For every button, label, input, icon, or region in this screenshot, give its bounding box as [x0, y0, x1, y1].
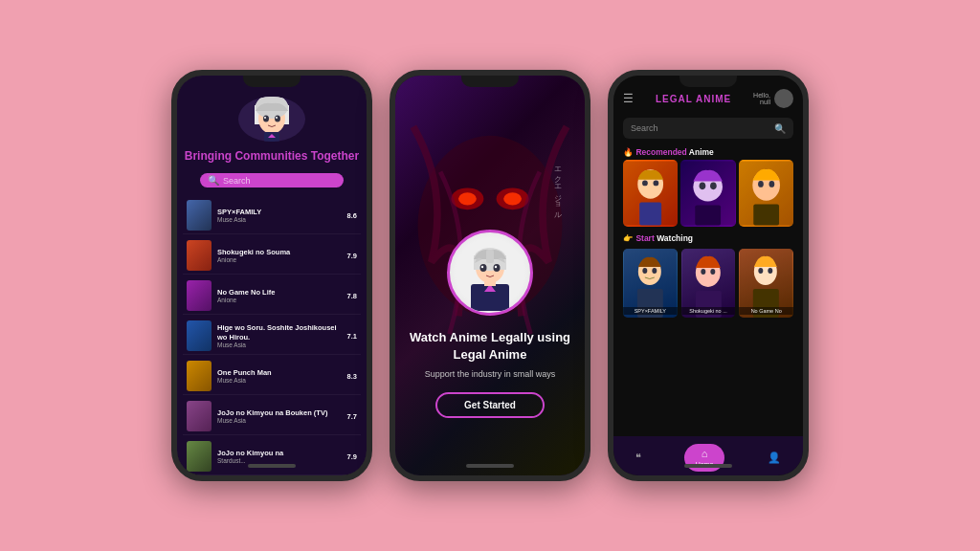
search-label: Search [631, 123, 658, 133]
anime-thumb [187, 441, 212, 472]
svg-rect-38 [753, 204, 779, 225]
watch-card-1[interactable]: SPY×FAMILY [623, 249, 678, 318]
phone3-search-bar[interactable]: Search 🔍 [623, 118, 793, 139]
anime-source: Anione [217, 297, 342, 303]
watch-cards-grid: SPY×FAMILY Shokugeki no ... [613, 246, 803, 320]
anime-info: No Game No Life Anione [217, 288, 342, 304]
header-user-area: Hello, null [753, 89, 793, 108]
svg-rect-28 [639, 203, 661, 226]
anime-character-icon [243, 97, 301, 142]
list-item[interactable]: JoJo no Kimyou na Bouken (TV) Muse Asia … [183, 398, 361, 435]
banner-art-3 [739, 160, 793, 227]
watch-card-label-2: Shokugeki no ... [681, 307, 736, 315]
watch-card-2[interactable]: Shokugeki no ... [681, 249, 736, 318]
notch-2 [461, 76, 519, 87]
phone1-title: Bringing Communities Together [185, 149, 359, 165]
anime-source: Anione [217, 256, 342, 263]
list-item[interactable]: Hige wo Soru. Soshite Joshikousei wo Hir… [183, 318, 361, 355]
svg-point-34 [700, 183, 706, 190]
home-bar-3 [684, 464, 732, 468]
list-item[interactable]: No Game No Life Anione 7.8 [183, 277, 361, 315]
anime-score: 7.7 [347, 412, 357, 421]
anime-score: 7.9 [347, 452, 357, 461]
search-icon: 🔍 [208, 175, 219, 186]
profile-icon: 👤 [768, 452, 781, 464]
banner-card-2[interactable] [680, 160, 735, 227]
phone-1: Bringing Communities Together 🔍 Search S… [171, 70, 372, 481]
anime-source: Muse Asia [217, 342, 342, 348]
bottom-navigation: ❝ ⌂ Home 👤 [613, 436, 803, 475]
list-item[interactable]: Shokugeki no Souma Anione 7.9 [183, 237, 361, 275]
svg-point-49 [701, 269, 705, 275]
svg-point-44 [642, 268, 647, 274]
start-text: Start [635, 233, 654, 243]
anime-thumb [187, 280, 212, 311]
phone2-screen: エクエ ジョル [395, 76, 585, 475]
phone3-content: ☰ LEGAL ANIME Hello, null Search 🔍 [613, 76, 803, 475]
phone1-search-bar[interactable]: 🔍 Search [200, 173, 344, 187]
banner-card-1[interactable] [623, 160, 678, 227]
quotes-icon: ❝ [635, 452, 641, 464]
phone2-cta-content: Watch Anime Legally using Legal Anime Su… [395, 230, 585, 418]
start-watching-label: 👉 Start Watching [613, 231, 803, 246]
svg-point-30 [654, 181, 659, 187]
hamburger-menu-icon[interactable]: ☰ [623, 92, 634, 105]
recommended-section-label: 🔥 Recomended Anime [613, 143, 803, 160]
phone-2: エクエ ジョル [390, 70, 590, 481]
anime-info: SPY×FAMILY Muse Asia [217, 208, 342, 224]
home-bar-2 [466, 464, 514, 468]
phone1-screen: Bringing Communities Together 🔍 Search S… [177, 76, 367, 475]
user-avatar[interactable] [774, 89, 793, 108]
watch-card-label-1: SPY×FAMILY [623, 307, 678, 315]
phone2-main-title: Watch Anime Legally using Legal Anime [409, 329, 571, 364]
list-item[interactable]: One Punch Man Muse Asia 8.3 [183, 358, 361, 395]
phone3-screen: ☰ LEGAL ANIME Hello, null Search 🔍 [613, 76, 803, 475]
nav-quotes[interactable]: ❝ [635, 452, 641, 464]
anime-thumb [187, 240, 212, 271]
svg-point-25 [495, 265, 497, 267]
anime-info: Shokugeki no Souma Anione [217, 248, 342, 264]
svg-point-29 [642, 181, 648, 187]
anime-thumb [187, 361, 212, 391]
anime-score: 7.9 [347, 252, 357, 260]
hello-text: Hello, null [753, 92, 770, 105]
svg-point-23 [494, 264, 501, 272]
anime-score: 7.8 [347, 292, 357, 300]
anime-list: SPY×FAMILY Muse Asia 8.6 Shokugeki no So… [177, 197, 367, 475]
home-icon: ⌂ [702, 448, 708, 459]
anime-info: JoJo no Kimyou na Bouken (TV) Muse Asia [217, 408, 342, 425]
jp-text-overlay: エクエ ジョル [551, 162, 562, 215]
recommended-text: Recomended [635, 147, 686, 157]
anime-name: Hige wo Soru. Soshite Joshikousei wo Hir… [217, 323, 342, 342]
svg-point-50 [710, 269, 715, 275]
anime-score: 8.3 [347, 372, 357, 381]
svg-rect-33 [696, 205, 722, 225]
recommended-suffix: Anime [689, 147, 714, 157]
svg-point-45 [652, 268, 657, 274]
svg-point-6 [263, 116, 269, 122]
anime-info: Hige wo Soru. Soshite Joshikousei wo Hir… [217, 323, 342, 349]
svg-point-54 [759, 268, 764, 274]
anime-info: JoJo no Kimyou na Stardust... [217, 449, 342, 465]
watch-card-3[interactable]: No Game No [739, 249, 793, 318]
phone1-avatar [238, 97, 305, 142]
phone1-search-placeholder: Search [223, 176, 251, 186]
list-item[interactable]: JoJo no Kimyou na Stardust... 7.9 [183, 438, 361, 475]
search-icon: 🔍 [774, 123, 786, 134]
anime-name: JoJo no Kimyou na [217, 449, 342, 458]
anime-name: Shokugeki no Souma [217, 248, 342, 257]
svg-point-13 [458, 192, 477, 205]
list-item[interactable]: SPY×FAMILY Muse Asia 8.6 [183, 197, 361, 234]
recommended-emoji: 🔥 [623, 147, 634, 157]
anime-score: 7.1 [347, 332, 357, 341]
get-started-button[interactable]: Get Started [435, 392, 545, 418]
banner-card-3[interactable] [739, 160, 793, 227]
nav-profile[interactable]: 👤 [768, 452, 781, 464]
anime-score: 8.6 [347, 211, 357, 220]
start-emoji: 👉 [623, 233, 634, 243]
anime-info: One Punch Man Muse Asia [217, 368, 342, 385]
app-logo: LEGAL ANIME [656, 94, 731, 104]
anime-thumb [187, 401, 212, 431]
notch-1 [243, 76, 301, 87]
anime-name: JoJo no Kimyou na Bouken (TV) [217, 408, 342, 418]
